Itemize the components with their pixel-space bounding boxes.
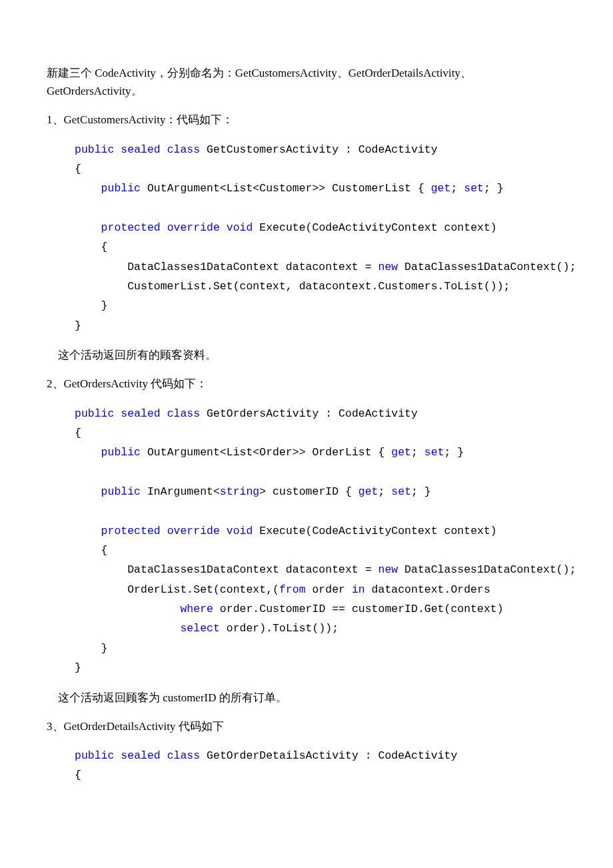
section-3-heading: 3、GetOrderDetailsActivity 代码如下	[47, 717, 566, 735]
code-block-3: public sealed class GetOrderDetailsActiv…	[75, 746, 566, 785]
section-1-after: 这个活动返回所有的顾客资料。	[47, 346, 566, 364]
section-2-after: 这个活动返回顾客为 customerID 的所有订单。	[47, 689, 566, 707]
section-1-heading: 1、GetCustomersActivity：代码如下：	[47, 111, 566, 129]
code-block-2: public sealed class GetOrdersActivity : …	[75, 404, 566, 678]
code-block-1: public sealed class GetCustomersActivity…	[75, 140, 566, 336]
intro-paragraph: 新建三个 CodeActivity，分别命名为：GetCustomersActi…	[47, 64, 566, 100]
section-2-heading: 2、GetOrdersActivity 代码如下：	[47, 375, 566, 393]
